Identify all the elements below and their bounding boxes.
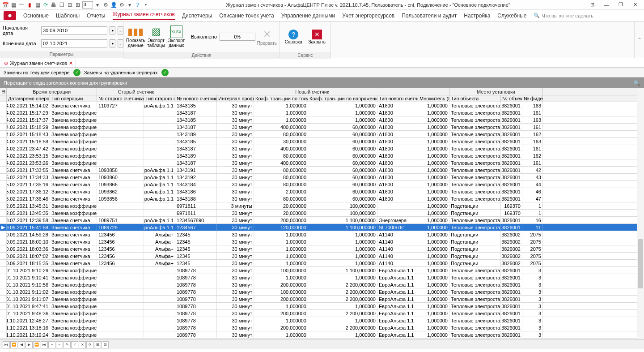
ribbon-collapse-button[interactable]: ⌃ <box>634 21 644 58</box>
close-journal-button[interactable]: ✕Закрыть <box>306 22 328 51</box>
qat-chart-icon[interactable]: 〰 <box>18 1 25 9</box>
file-button[interactable] <box>4 11 16 20</box>
abort-button[interactable]: ✕Прервать <box>257 22 277 51</box>
qat-bar-icon[interactable]: ▮ <box>26 1 33 9</box>
table-row[interactable]: 25.02.2021 17:35:16Замена счетчика109386… <box>0 181 644 188</box>
qat-table-icon[interactable]: ▦ <box>10 1 17 9</box>
hdr-mult[interactable]: Множитель (М) <box>418 95 449 102</box>
minimize-button[interactable]: — <box>601 1 612 9</box>
menu-osnovnye[interactable]: Основные <box>23 13 49 19</box>
qat-grid-icon[interactable]: ▤ <box>34 1 41 9</box>
qat-gear-icon[interactable]: ⚙ <box>118 1 125 9</box>
nav-commit[interactable]: ✓ <box>71 341 78 348</box>
nav-extra2[interactable]: ⊡ <box>102 341 109 348</box>
qat-help-dropdown-icon[interactable]: ▾ <box>142 1 149 9</box>
table-row[interactable]: 30.09.2021 18:03:36Замена счетчика123456… <box>0 245 644 253</box>
grid-body[interactable]: 24.02.2021 15:14:02Замена счетчика110972… <box>0 102 644 339</box>
hdr-group-old[interactable]: Старый счетчик <box>97 88 175 95</box>
table-row[interactable]: 01.10.2021 12:48:27Замена коэффициентов1… <box>0 317 644 324</box>
table-row[interactable]: 01.10.2021 9:10:56Замена коэффициентов10… <box>0 281 644 288</box>
menu-zhurnal[interactable]: Журнал замен счетчиков <box>113 11 175 20</box>
qat-number-input[interactable] <box>82 1 93 9</box>
export-data-button[interactable]: XLSXЭкспорт данных <box>167 22 186 51</box>
menu-sluzhebnye[interactable]: Служебные <box>497 13 526 19</box>
filter-current-check[interactable]: ✓ <box>73 69 80 76</box>
menu-otchety[interactable]: Отчеты <box>87 13 105 19</box>
hdr-group-new[interactable]: Новый счетчик <box>175 88 449 95</box>
table-row[interactable]: 08.07.2021 12:39:58Замена счетчика108975… <box>0 217 644 224</box>
table-row[interactable]: 24.02.2021 15:17:37Замена коэффициентов1… <box>0 116 644 124</box>
hdr-group-time[interactable]: Время операции <box>7 88 97 95</box>
nav-next-page[interactable]: ⏩ <box>33 341 40 348</box>
qat-calendar-icon[interactable]: 📅 <box>2 1 9 9</box>
grid-search-icon[interactable]: 🔍 <box>633 80 640 86</box>
table-row[interactable]: 01.10.2021 9:10:41Замена коэффициентов10… <box>0 274 644 281</box>
table-row[interactable]: 01.10.2021 9:47:41Замена коэффициентов10… <box>0 303 644 310</box>
qat-hierarchy-icon[interactable]: ⊟ <box>66 1 73 9</box>
table-row[interactable]: 01.10.2021 13:18:16Замена коэффициентов1… <box>0 324 644 331</box>
table-row[interactable]: 01.10.2021 9:11:02Замена коэффициентов10… <box>0 288 644 296</box>
nav-prev-page[interactable]: ⏪ <box>10 341 17 348</box>
table-row[interactable]: 25.02.2021 17:34:33Замена счетчика109386… <box>0 174 644 181</box>
table-row[interactable]: 24.02.2021 23:53:15Замена коэффициентов1… <box>0 152 644 159</box>
table-row[interactable]: 24.02.2021 15:18:29Замена коэффициентов1… <box>0 124 644 131</box>
hdr-kt[interactable]: Коэф. тран-ции по току (КТ) <box>254 95 308 102</box>
export-table-button[interactable]: ▧Экспорт таблицы <box>147 22 165 51</box>
filter-remote-check[interactable]: ✓ <box>161 69 169 76</box>
qat-dropdown-icon[interactable]: ▾ <box>94 1 101 9</box>
nav-cancel[interactable]: ✕ <box>79 341 86 348</box>
menu-shablony[interactable]: Шаблоны <box>56 13 80 19</box>
show-data-button[interactable]: ▮▮▮Показать данные <box>126 22 145 51</box>
table-row[interactable]: 01.10.2021 9:10:29Замена коэффициентов10… <box>0 267 644 274</box>
end-date-dropdown[interactable]: ▾ <box>110 39 115 47</box>
table-row[interactable]: 24.02.2021 15:14:02Замена счетчика110972… <box>0 102 644 109</box>
qat-refresh-icon[interactable]: ⟳ <box>42 1 49 9</box>
hdr-oldnum[interactable]: № старого счетчика <box>97 95 144 102</box>
hdr-objtype[interactable]: Тип объекта <box>449 95 501 102</box>
end-date-ellipsis[interactable]: … <box>118 39 123 47</box>
table-row[interactable]: 24.02.2021 15:18:43Замена коэффициентов1… <box>0 131 644 138</box>
end-date-input[interactable] <box>41 39 107 47</box>
grid-vscroll-thumb[interactable] <box>638 239 643 288</box>
qat-settings-icon[interactable]: ⚙ <box>102 1 109 9</box>
menu-opisanie[interactable]: Описание точек учета <box>219 13 274 19</box>
table-row[interactable]: 12.05.2021 13:45:31Замена коэффициентов6… <box>0 202 644 210</box>
menu-search[interactable]: 🔍Что вы хотите сделать <box>534 13 593 18</box>
hdr-newnum[interactable]: № нового счетчика <box>175 95 217 102</box>
qat-more-icon[interactable]: ▾ <box>126 1 133 9</box>
nav-extra1[interactable]: ⊞ <box>94 341 101 348</box>
start-date-ellipsis[interactable]: … <box>118 26 123 34</box>
table-row[interactable]: 24.02.2021 23:47:42Замена коэффициентов1… <box>0 145 644 152</box>
table-row[interactable]: 12.05.2021 13:45:35Замена коэффициентов6… <box>0 210 644 217</box>
table-row[interactable]: 25.02.2021 17:36:46Замена счетчика109385… <box>0 195 644 202</box>
nav-first[interactable]: ⏮ <box>3 341 10 348</box>
grid-vscroll[interactable] <box>637 88 644 339</box>
doctab-journal[interactable]: ⊘ Журнал замен счетчиков ✕ <box>1 59 76 67</box>
start-date-dropdown[interactable]: ▾ <box>110 26 115 34</box>
table-row[interactable]: 24.02.2021 15:18:58Замена коэффициентов1… <box>0 138 644 145</box>
menu-dispetchery[interactable]: Диспетчеры <box>182 13 212 19</box>
doctab-close-icon[interactable]: ✕ <box>69 60 73 66</box>
hdr-newtype[interactable]: Тип нового счетчика <box>377 95 418 102</box>
qat-list-icon[interactable]: ⊞ <box>74 1 81 9</box>
nav-remove[interactable]: − <box>56 341 63 348</box>
qat-print-icon[interactable]: 🖶 <box>50 1 57 9</box>
qat-user-icon[interactable]: 👤 <box>110 1 117 9</box>
maximize-button[interactable]: ❐ <box>615 1 626 9</box>
table-row[interactable]: 24.02.2021 23:53:26Замена коэффициентов1… <box>0 159 644 167</box>
menu-polzovateli[interactable]: Пользователи и аудит <box>402 13 457 19</box>
nav-next[interactable]: ▶ <box>25 341 33 348</box>
nav-edit[interactable]: ✎ <box>64 341 71 348</box>
table-row[interactable]: 30.09.2021 18:15:35Замена счетчика123456… <box>0 260 644 267</box>
menu-uchet[interactable]: Учет энергоресурсов <box>342 13 394 19</box>
close-button[interactable]: ✕ <box>630 1 640 9</box>
qat-layers-icon[interactable]: ❐ <box>58 1 65 9</box>
qat-help-icon[interactable]: ? <box>134 1 141 9</box>
hdr-group-loc[interactable]: Место установки <box>449 88 543 95</box>
group-panel[interactable]: Перетащите сюда заголовок колонки для гр… <box>0 77 644 88</box>
hdr-interval[interactable]: Интервал профиля <box>217 95 254 102</box>
hdr-objnum[interactable]: № объекта <box>501 95 522 102</box>
hdr-feeder[interactable]: № фидера <box>522 95 543 102</box>
table-row[interactable]: 30.09.2021 14:59:28Замена счетчика123456… <box>0 231 644 238</box>
nav-last[interactable]: ⏭ <box>41 341 48 348</box>
